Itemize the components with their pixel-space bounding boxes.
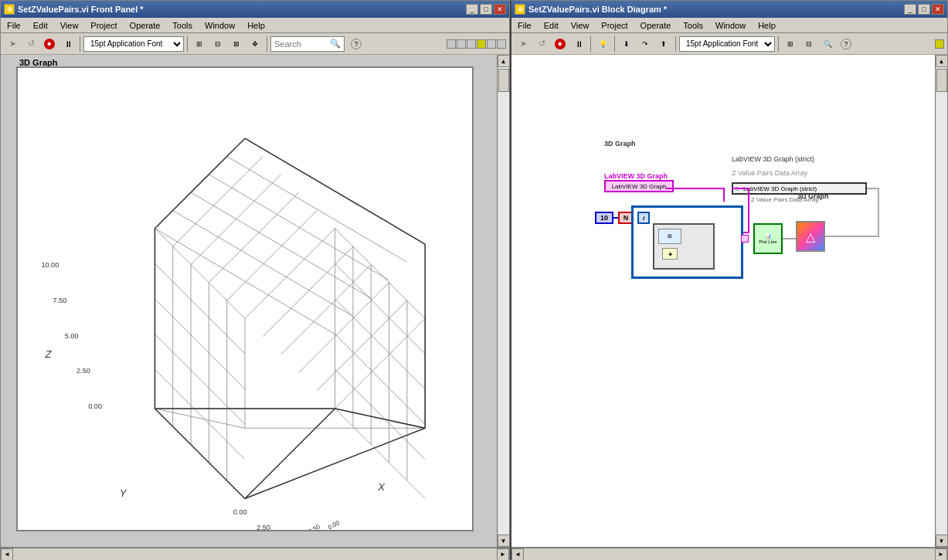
abort-button[interactable]: ■ <box>41 36 58 53</box>
font-selector[interactable]: 15pt Application Font <box>83 36 184 52</box>
svg-text:0.00: 0.00 <box>88 402 102 410</box>
bd-horizontal-scrollbar[interactable]: ◄ ► <box>511 548 947 560</box>
inner-node-2[interactable]: ◈ <box>662 248 678 260</box>
bd-menu-help[interactable]: Help <box>755 20 779 31</box>
distribute-button[interactable]: ⊟ <box>209 36 226 53</box>
scroll-track-v[interactable] <box>498 67 509 535</box>
svg-text:2.50: 2.50 <box>257 524 270 530</box>
bd-step-into-button[interactable]: ⬇ <box>618 36 635 53</box>
scroll-right-button[interactable]: ► <box>497 548 509 561</box>
bd-step-over-button[interactable]: ↷ <box>637 36 654 53</box>
3d-graph-container[interactable]: Z 0.00 2.50 5.00 7.50 10.00 X 0.00 <box>16 66 474 531</box>
bd-menu-view[interactable]: View <box>568 20 593 31</box>
bd-scroll-right[interactable]: ► <box>935 548 947 561</box>
minimize-button[interactable]: _ <box>466 4 478 15</box>
pause-button[interactable]: ⏸ <box>59 36 76 53</box>
svg-text:Y: Y <box>120 487 127 499</box>
graph-area: 3D Graph <box>1 55 497 547</box>
toolbar-separator-1 <box>80 36 80 52</box>
bd-close-button[interactable]: ✕ <box>932 4 944 15</box>
svg-text:X: X <box>377 481 386 493</box>
svg-text:0.00: 0.00 <box>233 508 247 516</box>
block-diagram-window: ⚙ SetZValuePairs.vi Block Diagram * _ □ … <box>510 0 948 560</box>
run-arrow-button[interactable]: ➤ <box>4 36 21 53</box>
bd-scroll-thumb-v[interactable] <box>936 69 947 92</box>
bd-window-controls: _ □ ✕ <box>904 4 944 15</box>
inner-node-1[interactable]: ⊞ <box>658 229 681 244</box>
bd-help-button[interactable]: ? <box>838 36 855 53</box>
front-panel-title-bar: ⚙ SetZValuePairs.vi Front Panel * _ □ ✕ <box>1 1 509 18</box>
bd-highlight-button[interactable]: 💡 <box>594 36 611 53</box>
reorder-button[interactable]: ❖ <box>246 36 263 53</box>
svg-rect-0 <box>18 91 472 506</box>
menu-view[interactable]: View <box>57 20 82 31</box>
i-terminal[interactable]: i <box>637 212 650 224</box>
bd-step-out-button[interactable]: ⬆ <box>655 36 672 53</box>
search-icon: 🔍 <box>330 39 341 49</box>
bd-menu-project[interactable]: Project <box>598 20 630 31</box>
bd-menu-file[interactable]: File <box>515 20 535 31</box>
run-continuously-button[interactable]: ↺ <box>22 36 39 53</box>
block-diagram-title: SetZValuePairs.vi Block Diagram * <box>528 5 667 14</box>
menu-window[interactable]: Window <box>202 20 238 31</box>
menu-project[interactable]: Project <box>87 20 120 31</box>
menu-file[interactable]: File <box>4 20 24 31</box>
bd-run-cont-button[interactable]: ↺ <box>533 36 550 53</box>
bd-search-button[interactable]: 🔍 <box>819 36 836 53</box>
bd-vertical-scrollbar[interactable]: ▲ ▼ <box>935 55 947 547</box>
bd-run-button[interactable]: ➤ <box>515 36 532 53</box>
menu-operate[interactable]: Operate <box>127 20 164 31</box>
maximize-button[interactable]: □ <box>480 4 492 15</box>
bd-maximize-button[interactable]: □ <box>918 4 930 15</box>
for-loop[interactable]: i ⊞ ◈ <box>631 205 743 279</box>
bd-menu-operate[interactable]: Operate <box>637 20 674 31</box>
align-button[interactable]: ⊞ <box>191 36 208 53</box>
toolbar-separator-3 <box>267 36 267 52</box>
scroll-thumb-v[interactable] <box>498 69 509 92</box>
labview3d-strict-label: LabVIEW 3D Graph (strict) <box>732 155 814 163</box>
resize-button[interactable]: ⊠ <box>228 36 245 53</box>
horizontal-scrollbar[interactable]: ◄ ► <box>1 548 509 560</box>
svg-text:0.00: 0.00 <box>327 519 341 530</box>
strict-node-box[interactable]: ⊙ LabVIEW 3D Graph (strict) <box>732 182 867 195</box>
vertical-scrollbar[interactable]: ▲ ▼ <box>497 55 509 547</box>
menu-help[interactable]: Help <box>244 20 268 31</box>
menu-edit[interactable]: Edit <box>30 20 51 31</box>
bd-scroll-down[interactable]: ▼ <box>936 535 948 547</box>
bd-scroll-up[interactable]: ▲ <box>936 55 948 67</box>
inner-subvi[interactable]: ⊞ ◈ <box>653 223 715 270</box>
bd-minimize-button[interactable]: _ <box>904 4 916 15</box>
close-button[interactable]: ✕ <box>494 4 506 15</box>
menu-tools[interactable]: Tools <box>169 20 195 31</box>
svg-text:2.50: 2.50 <box>308 523 322 530</box>
number-10-terminal[interactable]: 10 <box>595 212 613 224</box>
bd-menu-edit[interactable]: Edit <box>541 20 562 31</box>
z-value-pairs-label: Z Value Pairs Data Array <box>732 169 807 177</box>
labview3d-terminal[interactable]: LabVIEW 3D Graph <box>604 180 674 192</box>
bd-menu-window[interactable]: Window <box>712 20 749 31</box>
bd-content-area: 3D Graph LabVIEW 3D Graph LabVIEW 3D Gra… <box>511 55 947 547</box>
search-box[interactable]: 🔍 <box>270 36 345 52</box>
bd-abort-button[interactable]: ■ <box>552 36 569 53</box>
help-button[interactable]: ? <box>348 36 365 53</box>
bd-menu-tools[interactable]: Tools <box>680 20 706 31</box>
bd-font-selector[interactable]: 15pt Application Font <box>679 36 775 52</box>
bd-toolbar-sep4 <box>778 36 779 52</box>
bd-distribute-button[interactable]: ⊟ <box>800 36 817 53</box>
graph-node-label: 3D Graph <box>604 140 636 148</box>
scroll-left-button[interactable]: ◄ <box>1 548 13 561</box>
bd-align-button[interactable]: ⊞ <box>782 36 799 53</box>
bd-pause-button[interactable]: ⏸ <box>570 36 587 53</box>
scroll-up-button[interactable]: ▲ <box>498 55 510 67</box>
search-input[interactable] <box>274 39 328 49</box>
svg-text:5.00: 5.00 <box>65 332 79 340</box>
scroll-down-button[interactable]: ▼ <box>498 535 510 547</box>
z-pairs-sublabel: Z Value Pairs Data Array <box>751 196 818 203</box>
bd-scroll-track-v[interactable] <box>936 67 947 535</box>
bd-scroll-left[interactable]: ◄ <box>511 548 524 561</box>
3d-graph-output-node[interactable]: △ <box>796 221 825 252</box>
plot-line-node[interactable]: 📊 Plot Line <box>753 223 783 254</box>
bd-toolbar-sep2 <box>614 36 615 52</box>
bd-canvas[interactable]: 3D Graph LabVIEW 3D Graph LabVIEW 3D Gra… <box>511 55 935 547</box>
loop-right-terminal[interactable] <box>741 235 749 243</box>
